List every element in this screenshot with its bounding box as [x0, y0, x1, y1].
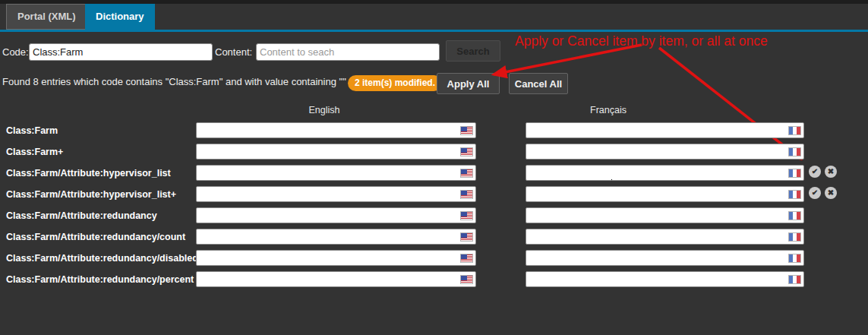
entry-code-label: Class:Farm+	[6, 141, 63, 163]
france-flag-icon	[788, 232, 801, 242]
table-row: Class:Farm/Attribute:hypervisor_list+ Al…	[0, 184, 868, 205]
entry-code-label: Class:Farm/Attribute:redundancy/disabled	[6, 248, 198, 269]
code-input[interactable]	[29, 43, 213, 61]
english-value-input[interactable]: The farm is up if at least %1$s %% of th…	[196, 271, 476, 287]
dictionary-table-rows: Class:Farm Farm vCluster Class:Farm+	[0, 120, 868, 290]
english-value-input[interactable]: All the hypervisors that compose this fa…	[196, 186, 476, 202]
content-label: Content:	[215, 43, 252, 61]
cancel-item-button[interactable]: ✖	[825, 187, 837, 199]
french-value-text: Hyperviseurs	[551, 179, 612, 181]
english-value-input[interactable]	[196, 144, 476, 160]
french-value-input[interactable]: Hyperviseurs	[526, 165, 804, 181]
french-value-text: Le vCluster est opérationnel si tous les…	[551, 264, 804, 266]
code-label: Code:	[2, 43, 29, 61]
us-flag-icon	[460, 275, 473, 284]
column-header-francais: Français	[590, 105, 627, 115]
english-value-text: The farm is up if all the hypervisors ar…	[221, 264, 405, 266]
france-flag-icon	[788, 254, 801, 263]
cancel-all-button[interactable]: Cancel All	[509, 73, 568, 94]
us-flag-icon	[460, 126, 473, 135]
content-search-input[interactable]	[256, 43, 440, 61]
france-flag-icon	[788, 275, 801, 284]
french-value-text: Pourcentage minimal d'hyperviseurs pour …	[551, 285, 804, 287]
us-flag-icon	[460, 211, 473, 220]
apply-item-button[interactable]: ✔	[809, 166, 821, 178]
english-value-text: Farm	[221, 136, 244, 138]
results-summary: Found 8 entries which code contains "Cla…	[2, 76, 346, 87]
english-value-text: High availability	[221, 221, 289, 223]
english-value-text: The farm is up if at least %1$s %% of th…	[221, 285, 476, 287]
french-value-text: Haute disponibilité	[551, 221, 631, 223]
french-value-text: Nombre minimal d'hyperviseurs pour que l…	[551, 242, 804, 245]
english-value-input[interactable]: Hypervisors	[196, 165, 476, 181]
us-flag-icon	[460, 169, 473, 178]
modified-count-badge: 2 item(s) modified.	[348, 75, 442, 91]
us-flag-icon	[460, 254, 473, 263]
apply-item-button[interactable]: ✔	[809, 187, 821, 199]
french-value-text: vCluster	[551, 136, 587, 138]
french-value-text: Tous les hyperviseurs composant ce clust…	[551, 200, 741, 202]
english-value-text: The farm is up if at least %1$s hypervis…	[221, 242, 458, 245]
entry-code-label: Class:Farm	[6, 120, 58, 141]
tab-dictionary[interactable]: Dictionary	[85, 4, 155, 30]
column-header-english: English	[309, 105, 340, 115]
table-row: Class:Farm/Attribute:redundancy/disabled…	[0, 248, 868, 269]
english-value-text: All the hypervisors that compose this fa…	[220, 200, 403, 202]
entry-code-label: Class:Farm/Attribute:hypervisor_list	[6, 163, 171, 184]
us-flag-icon	[460, 190, 473, 199]
table-row: Class:Farm/Attribute:redundancy/count Th…	[0, 226, 868, 248]
table-row: Class:Farm/Attribute:redundancy High ava…	[0, 205, 868, 226]
france-flag-icon	[788, 190, 801, 199]
french-value-input[interactable]: Nombre minimal d'hyperviseurs pour que l…	[526, 229, 804, 245]
english-value-input[interactable]: The farm is up if all the hypervisors ar…	[196, 250, 476, 266]
france-flag-icon	[788, 169, 801, 178]
cancel-item-button[interactable]: ✖	[825, 166, 837, 178]
tab-portal-xml[interactable]: Portal (XML)	[6, 4, 87, 30]
entry-code-label: Class:Farm/Attribute:redundancy/percent	[6, 269, 194, 290]
french-value-input[interactable]: Haute disponibilité	[526, 207, 804, 223]
english-value-input[interactable]: The farm is up if at least %1$s hypervis…	[196, 229, 476, 245]
us-flag-icon	[460, 232, 473, 242]
french-value-input[interactable]: vCluster	[526, 122, 804, 138]
us-flag-icon	[460, 147, 473, 156]
french-value-input[interactable]	[526, 144, 804, 160]
apply-all-button[interactable]: Apply All	[437, 73, 500, 94]
french-value-input[interactable]: Le vCluster est opérationnel si tous les…	[526, 250, 804, 266]
active-tab-underline	[0, 30, 868, 32]
table-row: Class:Farm/Attribute:redundancy/percent …	[0, 269, 868, 290]
table-row: Class:Farm+	[0, 141, 868, 163]
french-value-input[interactable]: Pourcentage minimal d'hyperviseurs pour …	[526, 271, 804, 287]
france-flag-icon	[788, 147, 801, 156]
entry-code-label: Class:Farm/Attribute:hypervisor_list+	[6, 184, 176, 205]
entry-code-label: Class:Farm/Attribute:redundancy	[6, 205, 157, 226]
table-row: Class:Farm Farm vCluster	[0, 120, 868, 141]
search-button[interactable]: Search	[446, 40, 500, 62]
english-value-text: Hypervisors	[221, 179, 273, 181]
entry-code-label: Class:Farm/Attribute:redundancy/count	[6, 226, 185, 248]
english-value-input[interactable]: High availability	[196, 207, 476, 223]
english-value-input[interactable]: Farm	[196, 122, 476, 138]
french-value-input[interactable]: Tous les hyperviseurs composant ce clust…	[526, 186, 804, 202]
table-row: Class:Farm/Attribute:hypervisor_list Hyp…	[0, 163, 868, 184]
annotation-text: Apply or Cancel item by item, or all at …	[515, 33, 768, 49]
dictionary-screen: Portal (XML) Dictionary Code: Content: S…	[0, 0, 868, 335]
france-flag-icon	[788, 211, 801, 220]
france-flag-icon	[788, 126, 801, 135]
